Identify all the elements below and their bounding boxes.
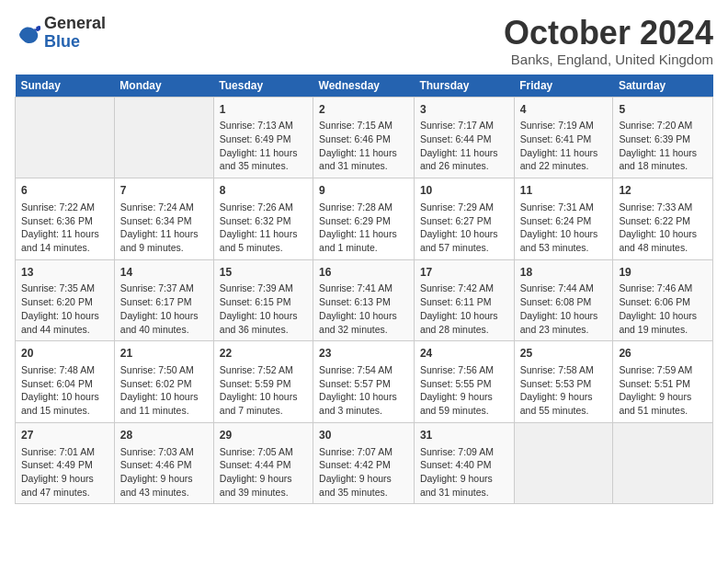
day-number: 3 <box>420 102 508 118</box>
calendar-cell: 9Sunrise: 7:28 AM Sunset: 6:29 PM Daylig… <box>313 178 415 260</box>
day-detail: Sunrise: 7:59 AM Sunset: 5:51 PM Dayligh… <box>619 363 707 418</box>
day-number: 17 <box>420 265 508 281</box>
calendar-cell: 16Sunrise: 7:41 AM Sunset: 6:13 PM Dayli… <box>313 259 415 341</box>
day-detail: Sunrise: 7:01 AM Sunset: 4:49 PM Dayligh… <box>21 445 108 500</box>
day-number: 20 <box>21 346 108 362</box>
day-detail: Sunrise: 7:03 AM Sunset: 4:46 PM Dayligh… <box>120 445 208 500</box>
day-number: 21 <box>120 346 208 362</box>
logo-bird-icon <box>15 20 40 46</box>
calendar-week-row: 1Sunrise: 7:13 AM Sunset: 6:49 PM Daylig… <box>16 97 713 178</box>
day-number: 19 <box>619 265 707 281</box>
month-title: October 2024 <box>504 15 713 52</box>
day-number: 27 <box>21 428 108 443</box>
calendar-cell: 29Sunrise: 7:05 AM Sunset: 4:44 PM Dayli… <box>213 422 313 504</box>
calendar-cell: 6Sunrise: 7:22 AM Sunset: 6:36 PM Daylig… <box>16 178 115 260</box>
calendar-cell: 22Sunrise: 7:52 AM Sunset: 5:59 PM Dayli… <box>213 341 313 423</box>
calendar-cell: 23Sunrise: 7:54 AM Sunset: 5:57 PM Dayli… <box>313 341 415 423</box>
day-number: 15 <box>220 265 307 281</box>
calendar-cell <box>514 422 613 504</box>
title-block: October 2024 Banks, England, United King… <box>504 15 713 67</box>
day-number: 10 <box>420 183 508 199</box>
day-number: 8 <box>220 183 307 199</box>
day-detail: Sunrise: 7:22 AM Sunset: 6:36 PM Dayligh… <box>21 201 108 255</box>
calendar-cell: 31Sunrise: 7:09 AM Sunset: 4:40 PM Dayli… <box>414 422 514 504</box>
calendar-week-row: 13Sunrise: 7:35 AM Sunset: 6:20 PM Dayli… <box>16 259 713 341</box>
day-number: 18 <box>520 265 608 281</box>
calendar-cell: 20Sunrise: 7:48 AM Sunset: 6:04 PM Dayli… <box>16 341 115 423</box>
day-detail: Sunrise: 7:52 AM Sunset: 5:59 PM Dayligh… <box>220 363 307 418</box>
col-tuesday: Tuesday <box>213 75 313 98</box>
day-number: 2 <box>319 102 408 118</box>
calendar-week-row: 20Sunrise: 7:48 AM Sunset: 6:04 PM Dayli… <box>16 341 713 423</box>
day-number: 26 <box>619 346 707 362</box>
day-detail: Sunrise: 7:24 AM Sunset: 6:34 PM Dayligh… <box>120 201 208 255</box>
calendar-cell: 10Sunrise: 7:29 AM Sunset: 6:27 PM Dayli… <box>414 178 514 260</box>
calendar-week-row: 27Sunrise: 7:01 AM Sunset: 4:49 PM Dayli… <box>16 422 713 504</box>
day-detail: Sunrise: 7:50 AM Sunset: 6:02 PM Dayligh… <box>120 363 208 418</box>
calendar-cell: 21Sunrise: 7:50 AM Sunset: 6:02 PM Dayli… <box>114 341 213 423</box>
calendar-cell: 13Sunrise: 7:35 AM Sunset: 6:20 PM Dayli… <box>16 259 115 341</box>
day-detail: Sunrise: 7:41 AM Sunset: 6:13 PM Dayligh… <box>319 282 408 336</box>
calendar-cell: 2Sunrise: 7:15 AM Sunset: 6:46 PM Daylig… <box>313 97 415 178</box>
calendar-cell: 1Sunrise: 7:13 AM Sunset: 6:49 PM Daylig… <box>213 97 313 178</box>
svg-point-0 <box>34 27 36 29</box>
calendar-cell: 27Sunrise: 7:01 AM Sunset: 4:49 PM Dayli… <box>16 422 115 504</box>
day-number: 11 <box>520 183 608 199</box>
day-number: 14 <box>120 265 208 281</box>
day-detail: Sunrise: 7:44 AM Sunset: 6:08 PM Dayligh… <box>520 282 608 336</box>
day-number: 6 <box>21 183 108 199</box>
day-number: 24 <box>420 346 508 362</box>
calendar-cell: 4Sunrise: 7:19 AM Sunset: 6:41 PM Daylig… <box>514 97 613 178</box>
day-number: 23 <box>319 346 408 362</box>
day-detail: Sunrise: 7:33 AM Sunset: 6:22 PM Dayligh… <box>619 201 707 255</box>
day-detail: Sunrise: 7:28 AM Sunset: 6:29 PM Dayligh… <box>319 201 408 255</box>
calendar-cell: 7Sunrise: 7:24 AM Sunset: 6:34 PM Daylig… <box>114 178 213 260</box>
day-detail: Sunrise: 7:26 AM Sunset: 6:32 PM Dayligh… <box>220 201 307 255</box>
day-detail: Sunrise: 7:13 AM Sunset: 6:49 PM Dayligh… <box>220 119 307 173</box>
calendar-cell: 17Sunrise: 7:42 AM Sunset: 6:11 PM Dayli… <box>414 259 514 341</box>
day-detail: Sunrise: 7:35 AM Sunset: 6:20 PM Dayligh… <box>21 282 108 336</box>
calendar-cell: 11Sunrise: 7:31 AM Sunset: 6:24 PM Dayli… <box>514 178 613 260</box>
day-detail: Sunrise: 7:58 AM Sunset: 5:53 PM Dayligh… <box>520 363 608 418</box>
day-number: 30 <box>319 428 408 443</box>
day-number: 16 <box>319 265 408 281</box>
calendar-cell <box>16 97 115 178</box>
col-thursday: Thursday <box>414 75 514 98</box>
day-detail: Sunrise: 7:42 AM Sunset: 6:11 PM Dayligh… <box>420 282 508 336</box>
day-detail: Sunrise: 7:07 AM Sunset: 4:42 PM Dayligh… <box>319 445 408 500</box>
day-detail: Sunrise: 7:39 AM Sunset: 6:15 PM Dayligh… <box>220 282 307 336</box>
calendar-header-row: Sunday Monday Tuesday Wednesday Thursday… <box>16 75 713 98</box>
day-detail: Sunrise: 7:17 AM Sunset: 6:44 PM Dayligh… <box>420 119 508 173</box>
day-number: 1 <box>220 102 307 118</box>
col-wednesday: Wednesday <box>313 75 415 98</box>
day-number: 9 <box>319 183 408 199</box>
day-number: 28 <box>120 428 208 443</box>
day-detail: Sunrise: 7:20 AM Sunset: 6:39 PM Dayligh… <box>619 119 707 173</box>
col-friday: Friday <box>514 75 613 98</box>
day-detail: Sunrise: 7:46 AM Sunset: 6:06 PM Dayligh… <box>619 282 707 336</box>
calendar-cell: 15Sunrise: 7:39 AM Sunset: 6:15 PM Dayli… <box>213 259 313 341</box>
calendar-cell: 28Sunrise: 7:03 AM Sunset: 4:46 PM Dayli… <box>114 422 213 504</box>
day-number: 22 <box>220 346 307 362</box>
location: Banks, England, United Kingdom <box>504 52 713 67</box>
day-detail: Sunrise: 7:19 AM Sunset: 6:41 PM Dayligh… <box>520 119 608 173</box>
calendar-cell: 19Sunrise: 7:46 AM Sunset: 6:06 PM Dayli… <box>613 259 713 341</box>
day-number: 4 <box>520 102 608 118</box>
calendar-cell <box>114 97 213 178</box>
day-detail: Sunrise: 7:48 AM Sunset: 6:04 PM Dayligh… <box>21 363 108 418</box>
logo-text: General Blue <box>44 15 106 52</box>
day-number: 5 <box>619 102 707 118</box>
calendar-cell: 30Sunrise: 7:07 AM Sunset: 4:42 PM Dayli… <box>313 422 415 504</box>
col-monday: Monday <box>114 75 213 98</box>
calendar-cell: 25Sunrise: 7:58 AM Sunset: 5:53 PM Dayli… <box>514 341 613 423</box>
calendar-table: Sunday Monday Tuesday Wednesday Thursday… <box>15 75 713 505</box>
calendar-cell: 3Sunrise: 7:17 AM Sunset: 6:44 PM Daylig… <box>414 97 514 178</box>
day-number: 13 <box>21 265 108 281</box>
day-detail: Sunrise: 7:15 AM Sunset: 6:46 PM Dayligh… <box>319 119 408 173</box>
calendar-cell: 12Sunrise: 7:33 AM Sunset: 6:22 PM Dayli… <box>613 178 713 260</box>
logo: General Blue <box>15 15 106 52</box>
day-detail: Sunrise: 7:54 AM Sunset: 5:57 PM Dayligh… <box>319 363 408 418</box>
day-number: 7 <box>120 183 208 199</box>
page-header: General Blue October 2024 Banks, England… <box>15 15 713 67</box>
day-number: 25 <box>520 346 608 362</box>
